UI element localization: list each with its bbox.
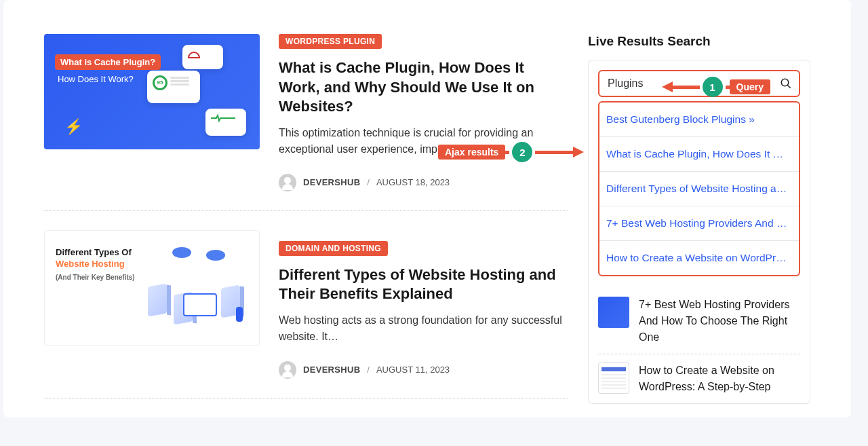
search-result-item[interactable]: What is Cache Plugin, How Does It Work, …: [599, 137, 799, 172]
recent-thumb: [598, 363, 629, 394]
recent-title: 7+ Best Web Hosting Providers And How To…: [639, 297, 800, 346]
post-thumbnail[interactable]: Different Types Of Website Hosting (And …: [44, 230, 260, 346]
post-excerpt: Web hosting acts as a strong foundation …: [279, 312, 568, 345]
search-result-item[interactable]: Best Gutenberg Block Plugins »: [599, 103, 799, 137]
post-meta: DEVERSHUB / AUGUST 11, 2023: [279, 361, 568, 379]
avatar-icon: [279, 361, 296, 379]
post-date: AUGUST 18, 2023: [376, 177, 450, 187]
post-item: Different Types Of Website Hosting (And …: [44, 230, 568, 398]
sidebar-heading: Live Results Search: [588, 34, 810, 49]
post-thumbnail[interactable]: What is Cache Plugin? How Does It Work? …: [44, 34, 260, 149]
search-result-item[interactable]: 7+ Best Web Hosting Providers And How To…: [599, 206, 799, 241]
post-excerpt: This optimization technique is crucial f…: [279, 125, 568, 157]
category-badge[interactable]: DOMAIN AND HOSTING: [279, 241, 388, 256]
sidebar: Live Results Search 1 Query Ajax results…: [588, 34, 810, 417]
main-content: What is Cache Plugin? How Does It Work? …: [44, 34, 568, 417]
search-input[interactable]: [608, 77, 780, 90]
thumb-overlay-title: Different Types Of Website Hosting (And …: [56, 247, 151, 282]
post-author[interactable]: DEVERSHUB: [303, 177, 360, 187]
recent-title: How to Create a Website on WordPress: A …: [639, 363, 800, 395]
search-results: Best Gutenberg Block Plugins » What is C…: [598, 101, 800, 276]
recent-item[interactable]: 7+ Best Web Hosting Providers And How To…: [598, 289, 800, 354]
separator: /: [367, 365, 370, 375]
search-result-item[interactable]: Different Types of Website Hosting and T…: [599, 172, 799, 206]
thumb-illustration: [145, 247, 247, 329]
thumb-widget: 95: [147, 71, 200, 103]
search-result-item[interactable]: How to Create a Website on WordPress: A …: [599, 241, 799, 275]
thumb-overlay-title: What is Cache Plugin?: [55, 54, 161, 70]
post-date: AUGUST 11, 2023: [376, 365, 450, 375]
search-wrapper: 1 Query: [598, 70, 800, 97]
category-badge[interactable]: WORDPRESS PLUGIN: [279, 34, 382, 49]
svg-line-1: [787, 85, 791, 88]
post-item: What is Cache Plugin? How Does It Work? …: [44, 34, 568, 211]
post-title[interactable]: What is Cache Plugin, How Does It Work, …: [279, 58, 568, 117]
post-meta: DEVERSHUB / AUGUST 18, 2023: [279, 174, 568, 191]
live-search-widget: 1 Query Ajax results 2 Best Gutenberg Bl…: [588, 60, 810, 404]
recent-item[interactable]: How to Create a Website on WordPress: A …: [598, 354, 800, 403]
avatar-icon: [279, 174, 296, 191]
search-icon[interactable]: [780, 77, 792, 90]
recent-posts: 7+ Best Web Hosting Providers And How To…: [598, 289, 800, 403]
post-title[interactable]: Different Types of Website Hosting and T…: [279, 265, 568, 304]
bolt-icon: ⚡: [64, 118, 83, 136]
thumb-widget: [182, 45, 223, 69]
recent-thumb: [598, 297, 629, 328]
svg-point-0: [781, 79, 789, 86]
post-author[interactable]: DEVERSHUB: [303, 365, 360, 375]
separator: /: [367, 177, 370, 187]
thumb-widget: [205, 109, 246, 136]
